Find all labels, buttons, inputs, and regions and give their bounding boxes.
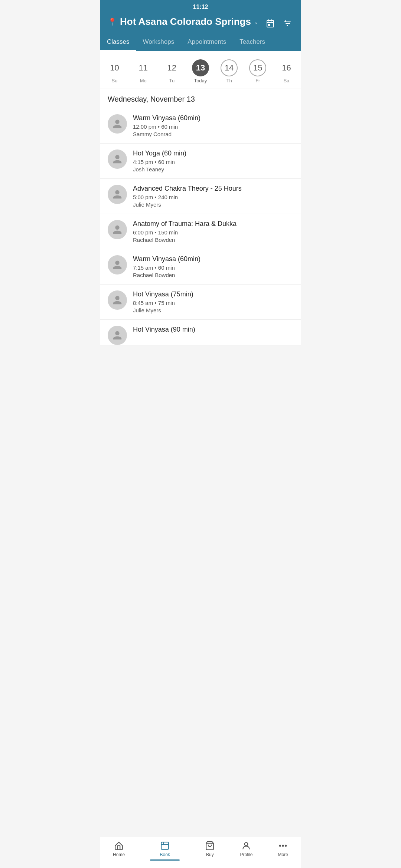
chevron-down-icon: ⌄ [254, 19, 258, 25]
day-15[interactable]: 15 Fr [245, 57, 270, 86]
day-number-10: 10 [106, 59, 123, 76]
avatar-2 [108, 149, 127, 169]
day-label-fr: Fr [255, 78, 260, 83]
avatar-1 [108, 114, 127, 134]
day-number-15: 15 [249, 59, 266, 76]
calendar-icon-button[interactable] [264, 17, 276, 32]
class-time-2: 4:15 pm • 60 min [133, 159, 293, 165]
svg-rect-4 [268, 24, 270, 26]
tab-appointments[interactable]: Appointments [181, 35, 233, 51]
class-info-6: Hot Vinyasa (75min) 8:45 am • 75 min Jul… [133, 290, 293, 313]
day-label-th: Th [226, 78, 232, 83]
day-number-16: 16 [278, 59, 295, 76]
avatar-3 [108, 185, 127, 204]
class-info-5: Warm Vinyasa (60min) 7:15 am • 60 min Ra… [133, 255, 293, 278]
avatar-7 [108, 326, 127, 345]
day-label-sa: Sa [283, 78, 289, 83]
class-title-5: Warm Vinyasa (60min) [133, 255, 293, 263]
class-time-6: 8:45 am • 75 min [133, 300, 293, 306]
class-time-1: 12:00 pm • 60 min [133, 124, 293, 130]
class-info-2: Hot Yoga (60 min) 4:15 pm • 60 min Josh … [133, 149, 293, 172]
day-label-tu: Tu [169, 78, 175, 83]
studio-name: Hot Asana Colorado Springs [120, 16, 251, 27]
day-label-su: Su [112, 78, 118, 83]
class-item-5[interactable]: Warm Vinyasa (60min) 7:15 am • 60 min Ra… [100, 249, 301, 285]
day-13-today[interactable]: 13 Today [188, 57, 213, 86]
day-number-14: 14 [221, 59, 238, 76]
day-number-12: 12 [163, 59, 180, 76]
nav-tabs: Classes Workshops Appointments Teachers [100, 32, 301, 51]
class-instructor-6: Julie Myers [133, 307, 293, 313]
class-title-3: Advanced Chakra Theory - 25 Hours [133, 185, 293, 193]
class-item-3[interactable]: Advanced Chakra Theory - 25 Hours 5:00 p… [100, 179, 301, 214]
header-actions [264, 17, 293, 32]
class-instructor-2: Josh Teaney [133, 166, 293, 172]
class-title-1: Warm Vinyasa (60min) [133, 114, 293, 122]
tab-teachers[interactable]: Teachers [233, 35, 272, 51]
class-instructor-4: Rachael Bowden [133, 237, 293, 243]
tab-classes[interactable]: Classes [100, 35, 136, 51]
day-16[interactable]: 16 Sa [274, 57, 299, 86]
class-instructor-3: Julie Myers [133, 201, 293, 208]
class-item-7[interactable]: Hot Vinyasa (90 min) [100, 320, 301, 345]
date-heading: Wednesday, November 13 [100, 89, 301, 108]
svg-rect-0 [267, 20, 274, 27]
class-info-3: Advanced Chakra Theory - 25 Hours 5:00 p… [133, 185, 293, 208]
class-info-4: Anatomy of Trauma: Hara & Dukka 6:00 pm … [133, 220, 293, 243]
day-14[interactable]: 14 Th [217, 57, 241, 86]
class-instructor-5: Rachael Bowden [133, 272, 293, 278]
avatar-5 [108, 255, 127, 274]
day-label-today: Today [194, 78, 207, 83]
status-bar: 11:12 [100, 0, 301, 12]
tab-workshops[interactable]: Workshops [136, 35, 181, 51]
class-time-3: 5:00 pm • 240 min [133, 194, 293, 200]
class-instructor-1: Sammy Conrad [133, 131, 293, 137]
class-item-6[interactable]: Hot Vinyasa (75min) 8:45 am • 75 min Jul… [100, 285, 301, 320]
class-time-5: 7:15 am • 60 min [133, 264, 293, 271]
filter-icon-button[interactable] [281, 17, 293, 32]
avatar-6 [108, 290, 127, 310]
class-item-1[interactable]: Warm Vinyasa (60min) 12:00 pm • 60 min S… [100, 108, 301, 144]
status-time: 11:12 [193, 4, 208, 10]
day-12[interactable]: 12 Tu [160, 57, 184, 86]
svg-point-9 [288, 23, 290, 24]
day-10[interactable]: 10 Su [102, 57, 127, 86]
day-number-11: 11 [135, 59, 152, 76]
location-icon: 📍 [108, 17, 117, 26]
svg-point-8 [285, 20, 286, 22]
avatar-4 [108, 220, 127, 239]
class-item-2[interactable]: Hot Yoga (60 min) 4:15 pm • 60 min Josh … [100, 144, 301, 179]
class-title-6: Hot Vinyasa (75min) [133, 290, 293, 298]
class-item-4[interactable]: Anatomy of Trauma: Hara & Dukka 6:00 pm … [100, 214, 301, 249]
day-label-mo: Mo [140, 78, 147, 83]
header: 📍 Hot Asana Colorado Springs ⌄ [100, 12, 301, 32]
class-list: Warm Vinyasa (60min) 12:00 pm • 60 min S… [100, 108, 301, 345]
day-number-13: 13 [192, 59, 209, 76]
day-11[interactable]: 11 Mo [131, 57, 156, 86]
class-info-1: Warm Vinyasa (60min) 12:00 pm • 60 min S… [133, 114, 293, 137]
class-title-7: Hot Vinyasa (90 min) [133, 326, 293, 333]
class-time-4: 6:00 pm • 150 min [133, 229, 293, 236]
class-info-7: Hot Vinyasa (90 min) [133, 326, 293, 335]
calendar-strip: 10 Su 11 Mo 12 Tu 13 Today 14 Th 15 Fr 1… [100, 51, 301, 89]
class-title-2: Hot Yoga (60 min) [133, 149, 293, 157]
location-info[interactable]: 📍 Hot Asana Colorado Springs ⌄ [108, 16, 264, 27]
class-title-4: Anatomy of Trauma: Hara & Dukka [133, 220, 293, 228]
